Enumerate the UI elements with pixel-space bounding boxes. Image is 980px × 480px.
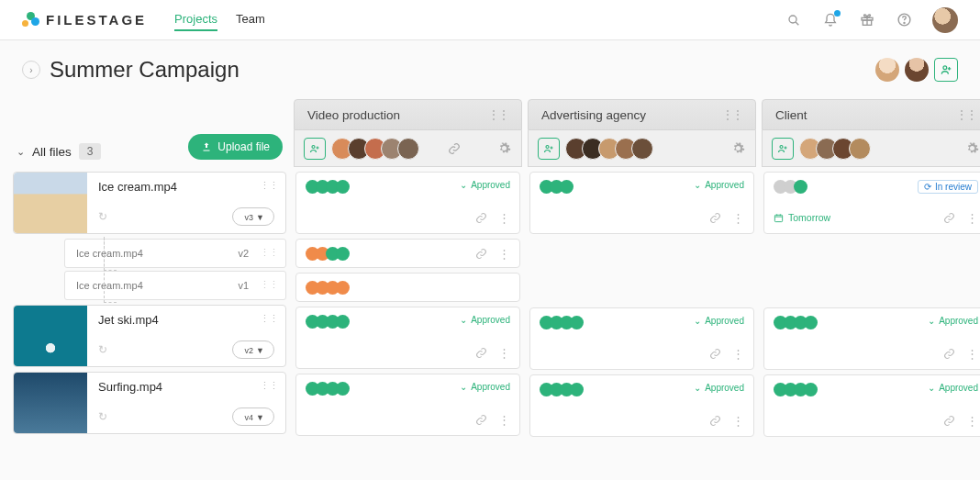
file-name: Jet ski.mp4: [98, 313, 274, 327]
stage-header[interactable]: Advertising agency ⋮⋮: [528, 99, 756, 130]
file-more-icon[interactable]: ⋮⋮: [260, 180, 278, 192]
status-in-review: ⟳ In review: [918, 180, 978, 194]
notification-dot-icon: [834, 10, 841, 17]
card-more-icon[interactable]: ⋮: [498, 346, 510, 360]
review-card[interactable]: ⌄ Approved ⋮: [763, 374, 980, 437]
card-more-icon[interactable]: ⋮: [732, 211, 744, 225]
card-more-icon[interactable]: ⋮: [498, 211, 510, 225]
all-files-label: All files: [32, 145, 72, 159]
reviewer-avatars[interactable]: [565, 138, 653, 160]
file-more-icon[interactable]: ⋮⋮: [260, 313, 278, 325]
version-selector[interactable]: v2▼: [232, 340, 274, 359]
file-more-icon[interactable]: ⋮⋮: [260, 247, 278, 259]
file-name: Ice cream.mp4: [98, 180, 274, 194]
review-card[interactable]: ⌄ Approved ⋮: [529, 307, 754, 370]
logo[interactable]: FILESTAGE: [22, 12, 147, 28]
svg-point-5: [904, 23, 905, 24]
stage-column: Client ⋮⋮ ⟳ In review: [762, 99, 980, 441]
version-selector[interactable]: v3▼: [232, 207, 274, 226]
reviewer-avatars[interactable]: [799, 138, 871, 160]
link-icon[interactable]: [941, 412, 957, 429]
stage-header[interactable]: Video production ⋮⋮: [294, 99, 522, 130]
all-files-toggle[interactable]: ⌄ All files 3: [17, 143, 101, 160]
review-card[interactable]: [295, 273, 520, 302]
upload-file-button[interactable]: Upload file: [188, 134, 283, 160]
link-icon[interactable]: [473, 245, 489, 262]
review-card[interactable]: ⌄ Approved ⋮: [295, 374, 520, 436]
card-more-icon[interactable]: ⋮: [966, 347, 978, 361]
add-project-member-button[interactable]: [934, 58, 958, 82]
version-selector[interactable]: v4▼: [232, 407, 274, 426]
card-more-icon[interactable]: ⋮: [966, 211, 978, 225]
version-label: v2: [238, 248, 249, 259]
review-dots: [306, 180, 350, 194]
review-card[interactable]: ⋮: [295, 239, 520, 268]
link-icon[interactable]: [941, 345, 957, 362]
collapse-icon[interactable]: ›: [22, 61, 40, 79]
link-icon[interactable]: [707, 345, 723, 362]
file-row[interactable]: Surfing.mp4 ⋮⋮ ↻ v4▼: [13, 372, 286, 434]
drag-handle-icon[interactable]: ⋮⋮: [488, 108, 508, 121]
svg-line-1: [796, 22, 798, 25]
review-card[interactable]: ⌄ Approved ⋮: [763, 307, 980, 370]
add-reviewer-button[interactable]: [304, 138, 326, 160]
files-column: ⌄ All files 3 Upload file Ice cream.mp4 …: [11, 99, 288, 441]
gift-icon[interactable]: [859, 12, 875, 28]
notifications-icon[interactable]: [822, 12, 839, 28]
review-dots: [540, 180, 574, 194]
review-card[interactable]: ⌄ Approved ⋮: [529, 172, 754, 234]
search-icon[interactable]: [785, 12, 802, 28]
upload-label: Upload file: [217, 140, 270, 153]
status-approved: ⌄ Approved: [460, 180, 510, 190]
add-reviewer-button[interactable]: [538, 138, 560, 160]
gear-icon[interactable]: [963, 140, 980, 157]
refresh-icon[interactable]: ↻: [98, 210, 107, 223]
stage-header[interactable]: Client ⋮⋮: [762, 99, 980, 130]
link-icon[interactable]: [941, 209, 957, 226]
file-row[interactable]: Ice cream.mp4 ⋮⋮ ↻ v3▼: [13, 172, 286, 234]
tab-team[interactable]: Team: [236, 8, 265, 31]
link-icon[interactable]: [473, 344, 489, 361]
status-approved: ⌄ Approved: [694, 383, 744, 393]
tree-line-icon: [104, 237, 117, 303]
project-member-avatar[interactable]: [905, 58, 929, 82]
project-member-avatar[interactable]: [875, 58, 899, 82]
card-more-icon[interactable]: ⋮: [498, 413, 510, 427]
file-more-icon[interactable]: ⋮⋮: [260, 279, 278, 291]
card-more-icon[interactable]: ⋮: [732, 414, 744, 428]
link-icon[interactable]: [707, 412, 723, 429]
svg-point-6: [943, 66, 947, 70]
link-icon[interactable]: [473, 209, 489, 226]
file-row[interactable]: Jet ski.mp4 ⋮⋮ ↻ v2▼: [13, 305, 286, 367]
file-version-row[interactable]: Ice cream.mp4 v2 ⋮⋮: [64, 239, 286, 268]
help-icon[interactable]: [896, 12, 912, 28]
add-reviewer-button[interactable]: [772, 138, 794, 160]
link-icon[interactable]: [707, 209, 723, 226]
card-more-icon[interactable]: ⋮: [498, 247, 510, 261]
link-icon[interactable]: [446, 140, 462, 157]
file-more-icon[interactable]: ⋮⋮: [260, 380, 278, 392]
refresh-icon[interactable]: ↻: [98, 410, 107, 423]
review-dots: [774, 383, 818, 396]
card-more-icon[interactable]: ⋮: [966, 414, 978, 428]
review-dots: [306, 281, 350, 295]
reviewer-avatars[interactable]: [331, 138, 419, 160]
link-icon[interactable]: [473, 411, 489, 428]
drag-handle-icon[interactable]: ⋮⋮: [956, 108, 976, 121]
gear-icon[interactable]: [496, 140, 512, 157]
review-dots: [540, 316, 584, 329]
file-version-row[interactable]: Ice cream.mp4 v1 ⋮⋮: [64, 271, 286, 300]
card-more-icon[interactable]: ⋮: [732, 347, 744, 361]
review-card[interactable]: ⌄ Approved ⋮: [295, 307, 520, 369]
gear-icon[interactable]: [729, 140, 746, 157]
version-label: v1: [238, 280, 249, 291]
drag-handle-icon[interactable]: ⋮⋮: [722, 108, 742, 121]
review-dots: [774, 316, 818, 329]
refresh-icon[interactable]: ↻: [98, 343, 107, 356]
review-card[interactable]: ⟳ In review Tomorrow ⋮: [763, 172, 980, 234]
user-avatar[interactable]: [932, 7, 958, 33]
review-card[interactable]: ⌄ Approved ⋮: [295, 172, 520, 234]
review-card[interactable]: ⌄ Approved ⋮: [529, 374, 754, 437]
board: ⌄ All files 3 Upload file Ice cream.mp4 …: [0, 99, 980, 469]
tab-projects[interactable]: Projects: [174, 8, 217, 31]
